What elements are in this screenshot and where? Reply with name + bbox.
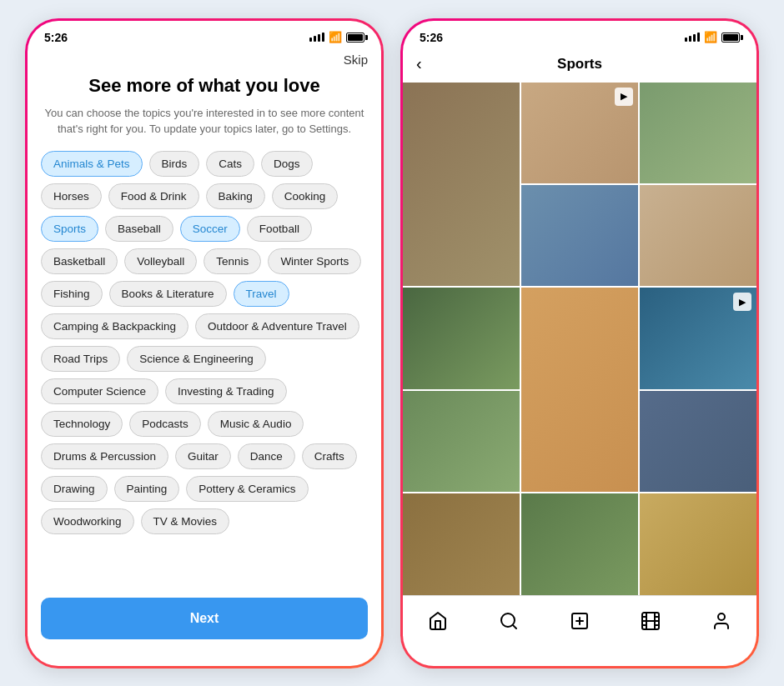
skip-button[interactable]: Skip <box>344 53 368 67</box>
photo-cell-3[interactable] <box>640 83 756 183</box>
back-button[interactable]: ‹ <box>416 54 422 73</box>
tag-guitar[interactable]: Guitar <box>175 443 231 469</box>
photo-cell-12[interactable] <box>521 493 638 594</box>
tags-area: Animals & PetsBirdsCatsDogsHorsesFood & … <box>41 151 368 588</box>
tag-dogs[interactable]: Dogs <box>261 151 313 177</box>
photo-cell-9[interactable] <box>403 391 520 492</box>
tag-fishing[interactable]: Fishing <box>41 281 103 307</box>
photo-cell-2[interactable]: ▶ <box>521 83 638 183</box>
photo-overlay-icon: ▶ <box>615 88 633 106</box>
bottom-nav <box>403 595 756 653</box>
tag-cats[interactable]: Cats <box>206 151 254 177</box>
status-bar-right: 5:26 📶 <box>403 21 756 49</box>
tag-painting[interactable]: Painting <box>114 476 180 502</box>
skip-row: Skip <box>41 49 368 75</box>
tag-podcasts[interactable]: Podcasts <box>129 411 201 437</box>
photo-overlay-icon: ▶ <box>733 293 751 311</box>
tag-science-engineering[interactable]: Science & Engineering <box>127 346 266 372</box>
tag-travel[interactable]: Travel <box>234 281 289 307</box>
nav-profile-icon[interactable] <box>705 604 738 638</box>
tag-soccer[interactable]: Soccer <box>180 216 240 242</box>
tag-horses[interactable]: Horses <box>41 183 102 209</box>
svg-point-13 <box>718 613 725 620</box>
tag-dance[interactable]: Dance <box>238 443 295 469</box>
photo-cell-4[interactable] <box>521 185 638 286</box>
photo-grid: ▶▶ <box>403 83 756 595</box>
tag-crafts[interactable]: Crafts <box>302 443 357 469</box>
sports-title: Sports <box>557 56 602 73</box>
wifi-icon-right: 📶 <box>704 31 717 43</box>
tag-tennis[interactable]: Tennis <box>204 248 261 274</box>
tag-camping-backpacking[interactable]: Camping & Backpacking <box>41 313 188 339</box>
tag-tv-movies[interactable]: TV & Movies <box>141 508 230 534</box>
topics-title: See more of what you love <box>41 75 368 97</box>
nav-home-icon[interactable] <box>421 604 455 638</box>
photo-cell-6[interactable] <box>403 288 520 388</box>
tag-pottery-ceramics[interactable]: Pottery & Ceramics <box>186 476 308 502</box>
tag-cooking[interactable]: Cooking <box>272 183 339 209</box>
status-bar-left: 5:26 📶 <box>28 21 381 49</box>
tag-sports[interactable]: Sports <box>41 216 98 242</box>
photo-cell-8[interactable]: ▶ <box>640 288 756 388</box>
left-phone-content: Skip See more of what you love You can c… <box>28 49 381 653</box>
photo-cell-13[interactable] <box>640 493 756 594</box>
tag-winter-sports[interactable]: Winter Sports <box>268 248 361 274</box>
status-icons-left: 📶 <box>309 31 364 43</box>
battery-icon-right <box>721 33 740 43</box>
tag-woodworking[interactable]: Woodworking <box>41 508 134 534</box>
wifi-icon: 📶 <box>329 31 342 43</box>
photo-cell-5[interactable] <box>640 185 756 286</box>
nav-reels-icon[interactable] <box>634 604 667 638</box>
nav-search-icon[interactable] <box>492 604 525 638</box>
tag-baking[interactable]: Baking <box>206 183 265 209</box>
right-phone: 5:26 📶 ‹ Sports ▶▶ <box>400 18 759 668</box>
time-left: 5:26 <box>44 31 68 44</box>
nav-add-icon[interactable] <box>563 604 596 638</box>
left-phone: 5:26 📶 Skip See more of what you love Yo… <box>25 18 384 668</box>
tag-basketball[interactable]: Basketball <box>41 248 118 274</box>
photo-cell-7[interactable] <box>521 288 638 492</box>
topics-subtitle: You can choose the topics you're interes… <box>41 105 368 138</box>
back-header: ‹ Sports <box>403 49 756 83</box>
svg-line-1 <box>513 624 516 628</box>
photo-cell-10[interactable] <box>640 391 756 492</box>
tag-outdoor-adventure[interactable]: Outdoor & Adventure Travel <box>195 313 359 339</box>
tag-drums-percussion[interactable]: Drums & Percussion <box>41 443 168 469</box>
time-right: 5:26 <box>420 31 443 44</box>
right-phone-content: ‹ Sports ▶▶ <box>403 49 756 653</box>
tag-volleyball[interactable]: Volleyball <box>124 248 197 274</box>
photo-cell-11[interactable] <box>403 493 520 594</box>
tag-animals-pets[interactable]: Animals & Pets <box>41 151 143 177</box>
next-btn-wrap: Next <box>41 588 368 653</box>
photo-cell-1[interactable] <box>403 83 520 287</box>
tag-music-audio[interactable]: Music & Audio <box>208 411 304 437</box>
tag-birds[interactable]: Birds <box>149 151 200 177</box>
tag-drawing[interactable]: Drawing <box>41 476 108 502</box>
tag-technology[interactable]: Technology <box>41 411 123 437</box>
tag-football[interactable]: Football <box>247 216 312 242</box>
signal-icon <box>309 33 324 42</box>
battery-icon <box>346 33 364 43</box>
next-button[interactable]: Next <box>41 598 368 639</box>
status-icons-right: 📶 <box>685 31 740 43</box>
tag-food-drink[interactable]: Food & Drink <box>108 183 199 209</box>
tag-investing-trading[interactable]: Investing & Trading <box>165 378 287 404</box>
tag-baseball[interactable]: Baseball <box>105 216 173 242</box>
tag-computer-science[interactable]: Computer Science <box>41 378 158 404</box>
signal-icon-right <box>685 33 700 42</box>
tag-road-trips[interactable]: Road Trips <box>41 346 120 372</box>
tag-books-literature[interactable]: Books & Literature <box>109 281 227 307</box>
